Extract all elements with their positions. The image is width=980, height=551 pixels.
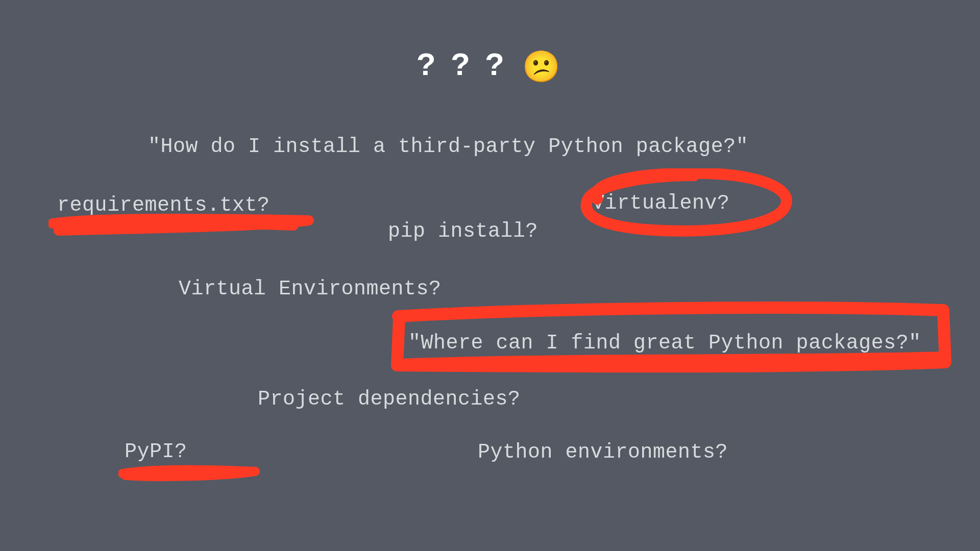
term-project-dependencies: Project dependencies?	[258, 388, 521, 411]
term-pip-install: pip install?	[388, 220, 538, 243]
term-pypi: PyPI?	[125, 440, 187, 463]
title-text: ? ? ?	[416, 46, 507, 82]
confused-emoji-icon: 😕	[522, 49, 564, 84]
term-virtualenv: Virtualenv?	[592, 192, 730, 215]
term-python-environments: Python environments?	[478, 441, 728, 464]
term-virtual-environments: Virtual Environments?	[179, 278, 442, 300]
question-install-package: "How do I install a third-party Python p…	[148, 135, 748, 158]
annotation-underline-pypi	[118, 464, 261, 483]
slide-title: ? ? ? 😕	[0, 46, 980, 85]
question-find-packages: "Where can I find great Python packages?…	[408, 332, 921, 355]
term-requirements-txt: requirements.txt?	[57, 194, 270, 217]
annotation-underline-requirements	[48, 213, 319, 239]
